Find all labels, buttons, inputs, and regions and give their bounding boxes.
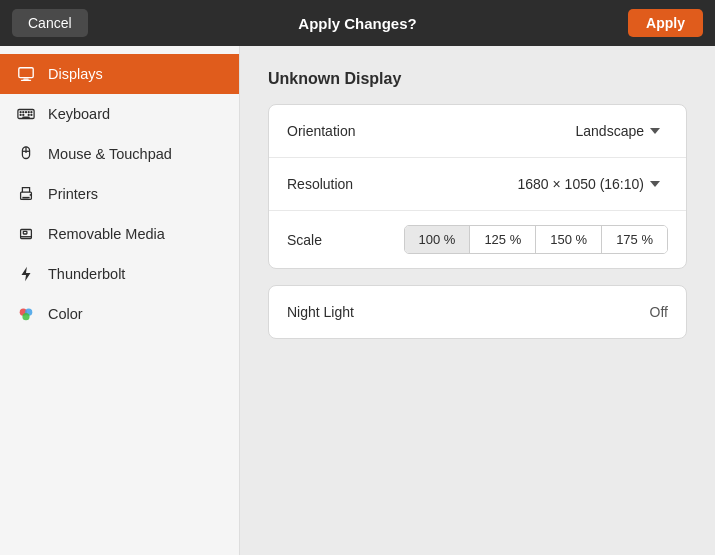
- sidebar-item-displays[interactable]: Displays: [0, 54, 239, 94]
- scale-buttons-group: 100 % 125 % 150 % 175 %: [404, 225, 669, 254]
- svg-rect-0: [19, 68, 33, 78]
- sidebar-item-keyboard[interactable]: Keyboard: [0, 94, 239, 134]
- night-light-value: Off: [650, 304, 668, 320]
- display-name: Unknown Display: [268, 70, 687, 88]
- main-layout: Displays Keyboard: [0, 46, 715, 555]
- removable-media-icon: [16, 224, 36, 244]
- sidebar-item-mouse-touchpad[interactable]: Mouse & Touchpad: [0, 134, 239, 174]
- resolution-dropdown[interactable]: 1680 × 1050 (16:10): [510, 172, 669, 196]
- header: Cancel Apply Changes? Apply: [0, 0, 715, 46]
- orientation-value: Landscape: [575, 123, 644, 139]
- content-area: Unknown Display Orientation Landscape Re…: [240, 46, 715, 555]
- sidebar-label-printers: Printers: [48, 186, 98, 202]
- scale-label: Scale: [287, 232, 404, 248]
- scale-row: Scale 100 % 125 % 150 % 175 %: [269, 211, 686, 268]
- resolution-chevron-icon: [650, 181, 660, 187]
- sidebar-label-displays: Displays: [48, 66, 103, 82]
- display-icon: [16, 64, 36, 84]
- scale-125-button[interactable]: 125 %: [470, 226, 536, 253]
- svg-point-28: [22, 313, 29, 320]
- night-light-label: Night Light: [287, 304, 650, 320]
- scale-100-button[interactable]: 100 %: [405, 226, 471, 253]
- resolution-value: 1680 × 1050 (16:10): [518, 176, 645, 192]
- resolution-row: Resolution 1680 × 1050 (16:10): [269, 158, 686, 211]
- orientation-value-container: Landscape: [567, 119, 668, 143]
- scale-150-button[interactable]: 150 %: [536, 226, 602, 253]
- sidebar-label-removable-media: Removable Media: [48, 226, 165, 242]
- sidebar-item-printers[interactable]: Printers: [0, 174, 239, 214]
- mouse-icon: [16, 144, 36, 164]
- display-settings-card: Orientation Landscape Resolution 1680 × …: [268, 104, 687, 269]
- sidebar-label-keyboard: Keyboard: [48, 106, 110, 122]
- orientation-row: Orientation Landscape: [269, 105, 686, 158]
- night-light-row: Night Light Off: [269, 286, 686, 338]
- svg-marker-25: [22, 267, 31, 281]
- sidebar-label-mouse: Mouse & Touchpad: [48, 146, 172, 162]
- sidebar-label-color: Color: [48, 306, 83, 322]
- printer-icon: [16, 184, 36, 204]
- header-title: Apply Changes?: [298, 15, 416, 32]
- sidebar-item-removable-media[interactable]: Removable Media: [0, 214, 239, 254]
- color-icon: [16, 304, 36, 324]
- orientation-chevron-icon: [650, 128, 660, 134]
- sidebar-item-color[interactable]: Color: [0, 294, 239, 334]
- keyboard-icon: [16, 104, 36, 124]
- night-light-card: Night Light Off: [268, 285, 687, 339]
- sidebar: Displays Keyboard: [0, 46, 240, 555]
- orientation-label: Orientation: [287, 123, 567, 139]
- svg-rect-23: [23, 231, 27, 234]
- apply-button[interactable]: Apply: [628, 9, 703, 37]
- thunderbolt-icon: [16, 264, 36, 284]
- sidebar-item-thunderbolt[interactable]: Thunderbolt: [0, 254, 239, 294]
- resolution-value-container: 1680 × 1050 (16:10): [510, 172, 669, 196]
- cancel-button[interactable]: Cancel: [12, 9, 88, 37]
- sidebar-label-thunderbolt: Thunderbolt: [48, 266, 125, 282]
- orientation-dropdown[interactable]: Landscape: [567, 119, 668, 143]
- scale-175-button[interactable]: 175 %: [602, 226, 667, 253]
- svg-point-21: [30, 194, 32, 196]
- resolution-label: Resolution: [287, 176, 510, 192]
